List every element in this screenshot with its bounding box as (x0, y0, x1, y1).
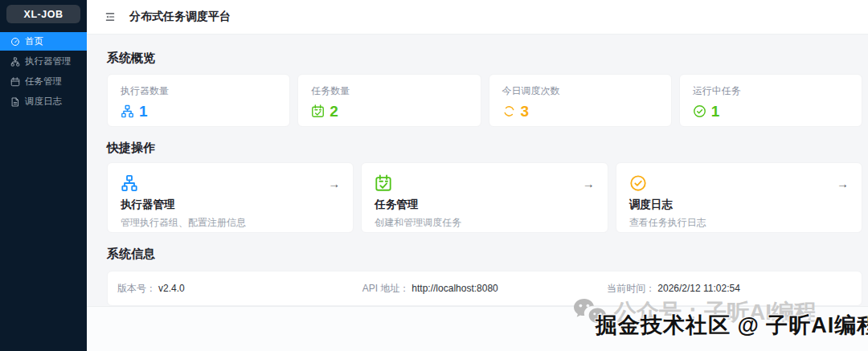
dashboard-icon (10, 37, 20, 47)
app-window: XL-JOB 首页 执行器管理 任务管理 (0, 0, 868, 351)
info-label: API 地址： (362, 283, 410, 294)
content: 系统概览 执行器数量 1 任务数量 (87, 35, 868, 351)
system-info-heading: 系统信息 (107, 247, 862, 262)
action-title: 调度日志 (629, 198, 849, 212)
stat-value: 1 (139, 104, 148, 119)
arrow-right-icon: → (328, 178, 340, 190)
topbar: 分布式任务调度平台 (87, 0, 868, 35)
arrow-right-icon: → (583, 178, 595, 190)
info-field-version: 版本号：v2.4.0 (117, 282, 362, 296)
cluster-icon (121, 174, 138, 192)
stat-card-executors: 执行器数量 1 (107, 74, 290, 127)
page-title: 分布式任务调度平台 (129, 10, 231, 24)
check-circle-icon (629, 174, 647, 192)
sidebar-item-tasks[interactable]: 任务管理 (0, 72, 87, 91)
cluster-icon (10, 57, 20, 67)
sidebar-item-label: 执行器管理 (25, 55, 72, 67)
main-area: 分布式任务调度平台 系统概览 执行器数量 1 (87, 0, 868, 351)
info-label: 版本号： (117, 283, 156, 294)
stat-label: 今日调度次数 (502, 84, 658, 98)
sidebar-item-executors[interactable]: 执行器管理 (0, 52, 87, 71)
action-subtitle: 查看任务执行日志 (629, 216, 849, 230)
action-subtitle: 创建和管理调度任务 (375, 216, 594, 230)
calendar-check-icon (311, 104, 325, 118)
app-logo-text: XL-JOB (24, 9, 63, 20)
cluster-icon (121, 104, 134, 118)
stat-label: 执行器数量 (121, 84, 276, 98)
stats-grid: 执行器数量 1 任务数量 (107, 74, 862, 127)
arrow-right-icon: → (837, 178, 849, 190)
stat-value: 1 (711, 104, 720, 119)
quick-actions-heading: 快捷操作 (107, 141, 862, 156)
calendar-check-icon (375, 174, 392, 192)
stat-value: 2 (330, 104, 338, 119)
stat-card-running-tasks: 运行中任务 1 (679, 74, 862, 127)
action-card-executors[interactable]: → 执行器管理 管理执行器组、配置注册信息 (107, 162, 354, 233)
action-subtitle: 管理执行器组、配置注册信息 (121, 216, 340, 230)
info-value: v2.4.0 (158, 283, 185, 294)
sync-icon (502, 104, 516, 118)
menu-fold-icon[interactable] (104, 11, 116, 22)
stat-label: 任务数量 (311, 84, 467, 98)
bottom-strip (87, 306, 868, 351)
app-logo: XL-JOB (6, 5, 80, 23)
document-icon (10, 97, 20, 107)
action-card-logs[interactable]: → 调度日志 查看任务执行日志 (616, 162, 862, 233)
sidebar: XL-JOB 首页 执行器管理 任务管理 (0, 0, 87, 351)
sidebar-item-logs[interactable]: 调度日志 (0, 92, 87, 111)
sidebar-item-label: 首页 (25, 35, 43, 47)
info-value: 2026/2/12 11:02:54 (657, 283, 740, 294)
action-card-tasks[interactable]: → 任务管理 创建和管理调度任务 (361, 162, 608, 233)
sidebar-item-home[interactable]: 首页 (0, 32, 87, 51)
check-circle-icon (693, 104, 706, 118)
info-field-api-address: API 地址：http://localhost:8080 (362, 282, 608, 296)
stat-value: 3 (521, 104, 530, 119)
stat-card-schedules-today: 今日调度次数 3 (489, 74, 672, 127)
stat-label: 运行中任务 (693, 84, 849, 98)
action-title: 执行器管理 (121, 198, 340, 212)
info-field-current-time: 当前时间：2026/2/12 11:02:54 (607, 282, 852, 296)
info-label: 当前时间： (607, 283, 655, 294)
sidebar-item-label: 调度日志 (25, 96, 62, 108)
info-value: http://localhost:8080 (411, 283, 497, 294)
overview-heading: 系统概览 (107, 51, 862, 66)
actions-grid: → 执行器管理 管理执行器组、配置注册信息 → 任务管理 (107, 162, 862, 233)
system-info-card: 版本号：v2.4.0 API 地址：http://localhost:8080 … (107, 271, 862, 306)
stat-card-tasks: 任务数量 2 (297, 74, 481, 127)
sidebar-item-label: 任务管理 (25, 76, 62, 88)
action-title: 任务管理 (375, 198, 594, 212)
calendar-icon (10, 77, 20, 87)
